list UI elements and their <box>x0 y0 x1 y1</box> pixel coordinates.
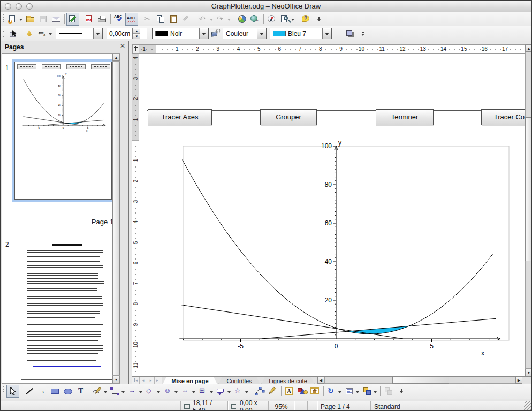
dropdown-arrow-icon[interactable] <box>338 391 341 395</box>
page-button-grouper[interactable]: Grouper <box>260 109 317 125</box>
toolbar-more-icon[interactable] <box>313 13 325 26</box>
scroll-left-icon[interactable]: ◀ <box>317 377 324 384</box>
chevron-down-icon[interactable] <box>257 28 266 39</box>
dropdown-arrow-icon[interactable] <box>227 19 231 22</box>
scroll-right-icon[interactable]: ▶ <box>515 377 522 384</box>
close-icon[interactable]: ✕ <box>120 42 125 50</box>
arrow-style-icon[interactable]: ⇐a <box>36 27 54 40</box>
vertical-ruler[interactable]: 43211234567891011 <box>132 54 139 376</box>
symbol-shapes-icon[interactable]: ☺ <box>162 385 179 398</box>
dropdown-arrow-icon[interactable] <box>374 391 377 395</box>
copy-icon[interactable] <box>155 13 168 26</box>
chevron-down-icon[interactable] <box>199 28 208 39</box>
open-icon[interactable] <box>24 13 37 26</box>
dropdown-arrow-icon[interactable] <box>227 391 231 395</box>
help-icon[interactable]: ? <box>300 13 313 26</box>
dropdown-arrow-icon[interactable] <box>139 391 142 395</box>
fontwork-icon[interactable]: A <box>283 385 296 398</box>
chevron-down-icon[interactable] <box>322 28 331 39</box>
gallery-icon[interactable] <box>309 385 322 398</box>
zoom-level-cell[interactable]: 95% <box>268 401 294 411</box>
dropdown-arrow-icon[interactable] <box>121 391 125 395</box>
curve-tool-icon[interactable] <box>91 385 109 398</box>
ellipse-tool-icon[interactable] <box>62 385 74 398</box>
line-tool-icon[interactable] <box>23 385 36 398</box>
tab-lignes-de-cote[interactable]: Lignes de cote <box>261 377 315 384</box>
lines-arrows-icon[interactable]: → <box>126 385 144 398</box>
zoom-icon[interactable] <box>278 13 296 26</box>
glue-points-icon[interactable] <box>267 385 279 398</box>
page-button-tracer-axes[interactable]: Tracer Axes <box>148 109 212 125</box>
block-arrows-icon[interactable]: ⇔ <box>179 385 197 398</box>
drawing-canvas[interactable]: -50520406080100xy Tracer AxesGrouperTerm… <box>139 54 525 376</box>
rotate-icon[interactable]: ↻ <box>325 385 343 398</box>
page-1-thumbnail[interactable]: -50520406080100xy <box>14 62 112 200</box>
autospellcheck-icon[interactable]: ABC <box>125 13 138 26</box>
line-dialog-icon[interactable] <box>23 27 36 40</box>
callouts-icon[interactable] <box>215 385 232 398</box>
line-width-stepper[interactable]: 0,00cm▲▼ <box>107 28 147 39</box>
dropdown-arrow-icon[interactable] <box>245 391 248 395</box>
shadow-icon[interactable] <box>344 27 356 40</box>
next-page-button[interactable]: ▸ <box>147 377 155 384</box>
from-file-icon[interactable] <box>296 385 309 398</box>
page-button-terminer[interactable]: Terminer <box>376 109 434 125</box>
last-page-button[interactable]: ▸ <box>155 377 162 384</box>
paste-icon[interactable] <box>168 13 180 26</box>
dropdown-arrow-icon[interactable] <box>291 19 294 22</box>
dropdown-arrow-icon[interactable] <box>174 391 178 395</box>
close-window-button[interactable] <box>5 3 11 10</box>
toolbar-drag-handle[interactable] <box>2 29 4 39</box>
fill-dialog-icon[interactable] <box>209 27 222 40</box>
dropdown-arrow-icon[interactable] <box>49 33 52 37</box>
basic-shapes-icon[interactable]: ◇ <box>144 385 162 398</box>
decrement-icon[interactable]: ▼ <box>133 34 140 39</box>
stars-icon[interactable]: ☆ <box>232 385 250 398</box>
zoom-window-button[interactable] <box>26 3 33 10</box>
toolbar-more-icon[interactable] <box>395 385 408 398</box>
vscrollbar-thumb[interactable] <box>525 117 532 261</box>
line-color-select[interactable]: Noir <box>152 28 209 39</box>
scrollbar-thumb[interactable] <box>112 62 120 375</box>
alignment-icon[interactable] <box>343 385 361 398</box>
scroll-up-icon[interactable]: ▲ <box>525 44 532 52</box>
edit-points-tool-icon[interactable] <box>254 385 267 398</box>
edit-file-icon[interactable] <box>66 13 79 26</box>
vertical-scrollbar[interactable]: ▲▼ <box>525 44 532 376</box>
dropdown-arrow-icon[interactable] <box>157 391 160 395</box>
minimize-window-button[interactable] <box>16 3 22 10</box>
edit-points-icon[interactable] <box>6 27 19 40</box>
toolbar-more-icon[interactable] <box>356 27 369 40</box>
dropdown-arrow-icon[interactable] <box>210 19 213 22</box>
dropdown-arrow-icon[interactable] <box>104 391 107 395</box>
select-tool-icon[interactable] <box>6 385 19 398</box>
dropdown-arrow-icon[interactable] <box>210 391 213 395</box>
arrow-tool-icon[interactable]: → <box>36 385 49 398</box>
tab-contr-les[interactable]: Contrôles <box>218 377 260 384</box>
navigator-icon[interactable] <box>265 13 278 26</box>
tab-mise-en-page[interactable]: Mise en page <box>163 377 217 384</box>
previous-page-button[interactable]: ◂ <box>140 377 147 384</box>
flowchart-icon[interactable]: ⊞ <box>197 385 215 398</box>
email-icon[interactable] <box>50 13 63 26</box>
spellcheck-icon[interactable]: ABC <box>112 13 125 26</box>
hscrollbar-thumb[interactable] <box>392 377 449 384</box>
ruler-origin-button[interactable] <box>132 44 139 54</box>
horizontal-ruler[interactable]: 11234567891011121314151617 <box>139 44 525 54</box>
toolbar-drag-handle[interactable] <box>2 14 4 24</box>
hyperlink-icon[interactable]: ∞ <box>249 13 262 26</box>
chevron-down-icon[interactable] <box>93 28 102 39</box>
dropdown-arrow-icon[interactable] <box>192 391 195 395</box>
export-pdf-icon[interactable]: PDF <box>83 13 96 26</box>
page-button-tracer-cou[interactable]: Tracer Cou <box>481 109 525 125</box>
page-style-cell[interactable]: Standard <box>370 401 525 411</box>
fill-color-select[interactable]: Bleu 7 <box>270 28 332 39</box>
scroll-down-icon[interactable]: ▼ <box>112 376 120 383</box>
arrange-icon[interactable] <box>361 385 378 398</box>
increment-icon[interactable]: ▲ <box>133 28 140 34</box>
scroll-down-icon[interactable]: ▼ <box>525 369 532 376</box>
connector-tool-icon[interactable] <box>109 385 126 398</box>
dropdown-arrow-icon[interactable] <box>19 19 22 22</box>
line-style-select[interactable] <box>56 28 103 39</box>
print-icon[interactable] <box>96 13 109 26</box>
